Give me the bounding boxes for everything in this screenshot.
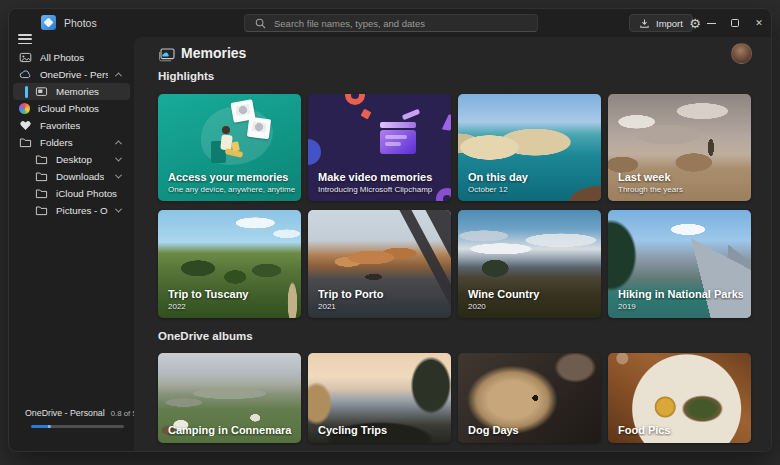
card-title: Hiking in National Parks: [618, 288, 743, 300]
chevron-up-icon[interactable]: [115, 72, 122, 79]
sidebar-item-downloads[interactable]: Downloads: [13, 168, 130, 185]
sidebar-item-favorites[interactable]: Favorites: [13, 117, 130, 134]
shape-blue-half-disc: [308, 139, 321, 165]
sidebar-nav: All Photos OneDrive - Personal Memories: [9, 49, 134, 219]
memories-icon: [35, 85, 48, 98]
folder-icon: [35, 170, 48, 183]
memory-card-on-this-day[interactable]: On this day October 12: [458, 94, 601, 201]
minimize-icon: [707, 23, 716, 24]
cloud-icon: [19, 68, 32, 81]
clapperboard-flap: [402, 109, 421, 120]
storage-progress-bar: [31, 425, 124, 428]
minimize-button[interactable]: [699, 9, 723, 37]
card-title: Wine Country: [468, 288, 593, 300]
card-subtitle: Introducing Microsoft Clipchamp: [318, 185, 443, 194]
maximize-icon: [731, 19, 739, 27]
sidebar-item-onedrive-personal[interactable]: OneDrive - Personal: [13, 66, 130, 83]
storage-account-label: OneDrive - Personal: [25, 408, 105, 418]
card-subtitle: 2020: [468, 302, 593, 311]
app-title: Photos: [64, 17, 97, 29]
card-title: Trip to Tuscany: [168, 288, 293, 300]
memory-card-access-your-memories[interactable]: Access your memories One any device, any…: [158, 94, 301, 201]
card-title: Last week: [618, 171, 743, 183]
search-icon: [255, 18, 266, 29]
memory-card-hiking-national-parks[interactable]: Hiking in National Parks 2019: [608, 210, 751, 318]
card-subtitle: One any device, anywhere, anytime: [168, 185, 293, 194]
albums-row: Camping in Connemara Cycling Trips Dog D…: [158, 353, 751, 443]
card-subtitle: October 12: [468, 185, 593, 194]
card-subtitle: 2019: [618, 302, 743, 311]
memory-card-trip-to-porto[interactable]: Trip to Porto 2021: [308, 210, 451, 318]
storage-progress-fill: [31, 425, 51, 428]
app-identity: Photos: [41, 15, 97, 30]
chevron-down-icon[interactable]: [115, 155, 122, 162]
album-card-food-pics[interactable]: Food Pics: [608, 353, 751, 443]
folder-icon: [35, 153, 48, 166]
card-title: Food Pics: [618, 424, 743, 436]
shape-coral-ring: [345, 94, 365, 105]
shape-coral-square: [361, 109, 372, 120]
card-title: Camping in Connemara: [168, 424, 293, 436]
folder-icon: [35, 204, 48, 217]
import-button[interactable]: Import: [629, 14, 693, 32]
close-icon: ✕: [755, 19, 763, 28]
card-title: Dog Days: [468, 424, 593, 436]
card-title: Trip to Porto: [318, 288, 443, 300]
page-title: Memories: [181, 45, 246, 61]
sidebar-item-desktop[interactable]: Desktop: [13, 151, 130, 168]
sidebar-item-all-photos[interactable]: All Photos: [13, 49, 130, 66]
heart-icon: [19, 119, 32, 132]
polaroid-photo-icon: [247, 116, 271, 139]
card-title: On this day: [468, 171, 593, 183]
maximize-button[interactable]: [723, 9, 747, 37]
import-label: Import: [656, 18, 683, 29]
sidebar-item-icloud-photos-folder[interactable]: iCloud Photos: [13, 185, 130, 202]
card-subtitle: Through the years: [618, 185, 743, 194]
highlights-row-1: Access your memories One any device, any…: [158, 94, 751, 201]
card-title: Cycling Trips: [318, 424, 443, 436]
storage-panel: OneDrive - Personal 0.8 of 5.0 GB: [13, 405, 130, 428]
card-title: Access your memories: [168, 171, 293, 183]
folder-icon: [35, 187, 48, 200]
selection-indicator: [25, 86, 28, 98]
section-label-onedrive-albums: OneDrive albums: [158, 330, 253, 342]
sidebar-item-folders[interactable]: Folders: [13, 134, 130, 151]
window-controls: ✕: [699, 9, 771, 37]
memory-card-trip-to-tuscany[interactable]: Trip to Tuscany 2022: [158, 210, 301, 318]
chevron-down-icon[interactable]: [115, 206, 122, 213]
section-label-highlights: Highlights: [158, 70, 214, 82]
card-title: Make video memories: [318, 171, 443, 183]
album-card-camping-in-connemara[interactable]: Camping in Connemara: [158, 353, 301, 443]
sidebar-item-memories[interactable]: Memories: [13, 83, 130, 100]
photos-app-icon: [41, 15, 56, 30]
shape-purple-parallelogram: [442, 115, 451, 131]
highlights-row-2: Trip to Tuscany 2022 Trip to Porto 2021 …: [158, 210, 751, 318]
close-button[interactable]: ✕: [747, 9, 771, 37]
icloud-photos-icon: [19, 103, 30, 114]
memory-card-wine-country[interactable]: Wine Country 2020: [458, 210, 601, 318]
sidebar-item-pictures-onedrive[interactable]: Pictures - OneDrive Personal: [13, 202, 130, 219]
photos-app-window: Photos Search file names, types, and dat…: [8, 8, 772, 452]
titlebar: Photos Search file names, types, and dat…: [9, 9, 771, 37]
album-card-dog-days[interactable]: Dog Days: [458, 353, 601, 443]
memories-page-icon: [158, 48, 175, 62]
sidebar-item-icloud-photos[interactable]: iCloud Photos: [13, 100, 130, 117]
clapperboard-top-bar: [380, 122, 416, 128]
hamburger-menu-button[interactable]: [18, 33, 32, 45]
photo-library-icon: [19, 51, 32, 64]
account-avatar[interactable]: [731, 43, 752, 64]
search-input[interactable]: Search file names, types, and dates: [244, 14, 538, 32]
card-subtitle: 2022: [168, 302, 293, 311]
chevron-up-icon[interactable]: [115, 140, 122, 147]
folder-icon: [19, 136, 32, 149]
sidebar: All Photos OneDrive - Personal Memories: [9, 37, 134, 451]
chevron-down-icon[interactable]: [115, 172, 122, 179]
memory-card-make-video-memories[interactable]: Make video memories Introducing Microsof…: [308, 94, 451, 201]
import-icon: [639, 18, 650, 29]
main-content: Memories Highlights Access your memories: [134, 37, 771, 451]
storage-row[interactable]: OneDrive - Personal 0.8 of 5.0 GB: [13, 405, 130, 421]
search-placeholder: Search file names, types, and dates: [274, 18, 425, 29]
album-card-cycling-trips[interactable]: Cycling Trips: [308, 353, 451, 443]
card-subtitle: 2021: [318, 302, 443, 311]
memory-card-last-week[interactable]: Last week Through the years: [608, 94, 751, 201]
